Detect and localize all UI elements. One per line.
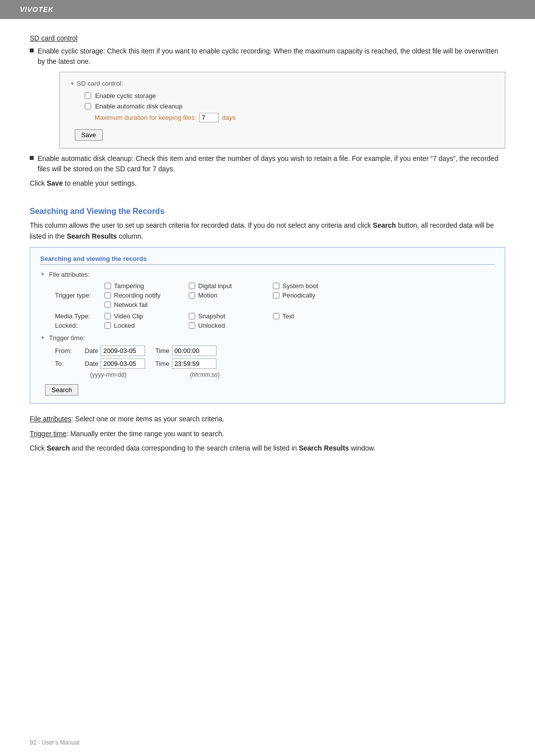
option-text: Text xyxy=(273,312,357,320)
time-format-hint: (hh:mm:ss) xyxy=(181,371,228,378)
bullet-auto-cleanup: Enable automatic disk cleanup: Check thi… xyxy=(30,153,505,174)
enable-cleanup-checkbox[interactable] xyxy=(85,103,91,109)
option-periodically: Periodically xyxy=(273,292,357,299)
max-duration-input[interactable] xyxy=(199,113,219,122)
file-attr-icon: ✦ xyxy=(40,271,45,278)
label-unlocked: Unlocked xyxy=(198,322,225,329)
trigger-time-header: ✦ Trigger time: xyxy=(40,334,495,342)
cb-text[interactable] xyxy=(273,313,279,319)
main-content: SD card control Enable cyclic storage: C… xyxy=(0,19,535,477)
sd-save-button[interactable]: Save xyxy=(75,129,103,141)
label-system-boot: System boot xyxy=(282,282,318,290)
option-video-clip: Video Clip xyxy=(105,312,189,320)
label-tampering: Tampering xyxy=(114,282,144,290)
bullet-cleanup-text: Enable automatic disk cleanup: Check thi… xyxy=(38,153,505,174)
from-time-label: Time xyxy=(155,347,169,354)
option-network-fail: Network fail xyxy=(105,301,189,308)
bullet-icon-2 xyxy=(30,156,34,160)
desc-results: Search Results xyxy=(67,232,117,240)
option-motion: Motion xyxy=(189,292,273,299)
file-attributes-note-text: : Select one or more items as your searc… xyxy=(71,415,224,423)
page-footer: 92 - User's Manual xyxy=(30,739,79,746)
label-snapshot: Snapshot xyxy=(198,312,225,320)
from-date-label: Date xyxy=(85,347,98,354)
file-attributes-label: File attributes: xyxy=(49,271,90,278)
cb-tampering[interactable] xyxy=(105,283,111,289)
trigger-time-section: ✦ Trigger time: From: Date Time xyxy=(40,334,495,396)
brand-name: VIVOTEK xyxy=(20,5,54,13)
cb-locked[interactable] xyxy=(105,322,111,329)
option-unlocked: Unlocked xyxy=(189,322,273,329)
searching-section: Searching and Viewing the Records This c… xyxy=(30,207,505,454)
cb-system-boot[interactable] xyxy=(273,283,279,289)
cb-snapshot[interactable] xyxy=(189,313,195,319)
cb-unlocked[interactable] xyxy=(189,322,195,329)
sd-header-icon: ✦ xyxy=(70,80,75,87)
click-save-bold: Save xyxy=(47,179,63,187)
search-panel: Searching and viewing the records ✦ File… xyxy=(30,247,505,403)
to-time-label: Time xyxy=(155,360,169,367)
desc-part3: column. xyxy=(117,232,143,240)
to-date-label: Date xyxy=(85,360,98,367)
click-search-results: Search Results xyxy=(299,444,349,452)
media-type-row: Media Type: Video Clip Snapshot Text xyxy=(55,312,495,320)
option-locked: Locked xyxy=(105,322,189,329)
sd-card-panel: ✦ SD card control: Enable cyclic storage… xyxy=(59,72,505,149)
label-network-fail: Network fail xyxy=(114,301,148,308)
click-search-note: Click Search and the recorded data corre… xyxy=(30,443,505,454)
label-text: Text xyxy=(282,312,294,320)
page: VIVOTEK SD card control Enable cyclic st… xyxy=(0,0,535,756)
enable-cleanup-label: Enable automatic disk cleanup xyxy=(95,102,182,110)
max-duration-unit: days xyxy=(222,114,235,121)
option-digital-input: Digital input xyxy=(189,282,273,290)
searching-heading: Searching and Viewing the Records xyxy=(30,207,505,216)
click-search-pre: Click xyxy=(30,444,47,452)
top-bar: VIVOTEK xyxy=(0,0,535,19)
from-time-field: Time xyxy=(155,346,216,356)
search-panel-title: Searching and viewing the records xyxy=(40,255,495,265)
cb-network-fail[interactable] xyxy=(105,302,111,308)
trigger-type-label: Trigger type: xyxy=(55,292,105,299)
from-date-input[interactable] xyxy=(101,346,145,356)
label-recording-notify: Recording notify xyxy=(114,292,160,299)
bullet-cyclic-text: Enable cyclic storage: Check this item i… xyxy=(38,46,505,67)
sd-card-section: SD card control Enable cyclic storage: C… xyxy=(30,34,505,187)
trigger-row-2: Recording notify Motion Periodically xyxy=(105,292,357,299)
to-date-input[interactable] xyxy=(101,358,145,369)
sd-panel-header: ✦ SD card control: xyxy=(70,80,495,87)
enable-cyclic-row: Enable cyclic storage xyxy=(85,92,495,100)
max-duration-label: Maximum duration for keeping files: xyxy=(95,114,196,121)
cb-digital-input[interactable] xyxy=(189,283,195,289)
option-snapshot: Snapshot xyxy=(189,312,273,320)
from-time-input[interactable] xyxy=(172,346,216,356)
to-row: To: Date Time xyxy=(55,358,495,369)
date-format-hint: (yyyy-mm-dd) xyxy=(85,371,132,378)
click-save-note: Click Save to enable your settings. xyxy=(30,179,505,187)
cb-video-clip[interactable] xyxy=(105,313,111,319)
bullet-cyclic-storage: Enable cyclic storage: Check this item i… xyxy=(30,46,505,67)
media-options: Video Clip Snapshot Text xyxy=(105,312,357,320)
trigger-time-icon: ✦ xyxy=(40,334,45,341)
to-time-field: Time xyxy=(155,358,216,369)
click-save-pre: Click xyxy=(30,179,47,187)
enable-cyclic-checkbox[interactable] xyxy=(85,93,91,99)
from-date-field: Date xyxy=(85,346,145,356)
bullet-icon-1 xyxy=(30,49,34,52)
format-hints-row: (yyyy-mm-dd) (hh:mm:ss) xyxy=(85,371,495,378)
option-recording-notify: Recording notify xyxy=(105,292,189,299)
label-locked: Locked xyxy=(114,322,135,329)
label-periodically: Periodically xyxy=(282,292,315,299)
max-duration-row: Maximum duration for keeping files: days xyxy=(95,113,495,122)
cb-motion[interactable] xyxy=(189,292,195,299)
file-attributes-note: File attributes: Select one or more item… xyxy=(30,413,505,425)
cb-periodically[interactable] xyxy=(273,292,279,299)
sd-panel-header-text: SD card control: xyxy=(77,80,123,87)
desc-part1: This column allows the user to set up se… xyxy=(30,221,373,229)
label-digital-input: Digital input xyxy=(198,282,232,290)
cb-recording-notify[interactable] xyxy=(105,292,111,299)
option-tampering: Tampering xyxy=(105,282,189,290)
label-motion: Motion xyxy=(198,292,217,299)
search-button[interactable]: Search xyxy=(45,384,78,396)
to-time-input[interactable] xyxy=(172,358,216,369)
page-number: 92 - User's Manual xyxy=(30,739,79,746)
